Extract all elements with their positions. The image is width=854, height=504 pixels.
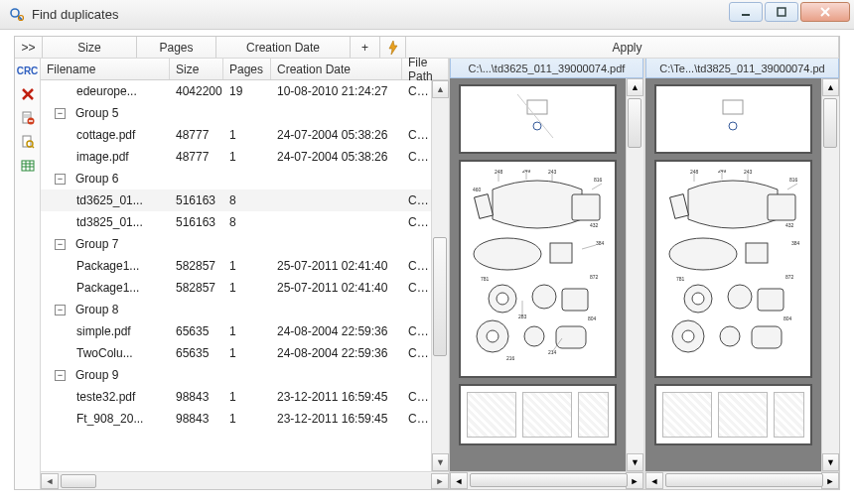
page-search-tool-icon[interactable] bbox=[18, 132, 38, 152]
preview-left-body[interactable]: 248249243 816460432 384283781 872214804 … bbox=[450, 78, 643, 471]
table-hscrollbar[interactable]: ◄ ► bbox=[41, 471, 449, 489]
page-delete-tool-icon[interactable] bbox=[18, 108, 38, 128]
preview-vscrollbar[interactable]: ▲ ▼ bbox=[821, 78, 839, 471]
header-date[interactable]: Creation Date bbox=[271, 59, 402, 79]
scroll-down-icon[interactable]: ▼ bbox=[822, 453, 839, 471]
collapse-icon[interactable]: − bbox=[55, 108, 66, 119]
group-row[interactable]: −Group 8 bbox=[41, 299, 431, 320]
preview-vscrollbar[interactable]: ▲ ▼ bbox=[626, 78, 643, 471]
svg-point-72 bbox=[682, 330, 694, 342]
svg-text:243: 243 bbox=[744, 170, 753, 175]
scroll-left-icon[interactable]: ◄ bbox=[41, 473, 59, 489]
criteria-size[interactable]: Size bbox=[43, 37, 137, 58]
scroll-thumb-h[interactable] bbox=[470, 473, 628, 487]
table-row[interactable]: Ft_908_20...98843123-12-2011 16:59:45C:\… bbox=[41, 408, 431, 430]
page-thumb[interactable] bbox=[654, 384, 812, 445]
page-thumb[interactable] bbox=[459, 384, 617, 445]
table-row[interactable]: TwoColu...65635124-08-2004 22:59:36C:\Te bbox=[41, 342, 431, 364]
cell-date: 24-07-2004 05:38:26 bbox=[271, 150, 402, 164]
svg-point-29 bbox=[474, 238, 541, 270]
scroll-right-icon[interactable]: ► bbox=[626, 472, 643, 489]
scroll-left-icon[interactable]: ◄ bbox=[450, 472, 468, 489]
svg-text:249: 249 bbox=[718, 170, 727, 174]
header-size[interactable]: Size bbox=[170, 59, 223, 79]
svg-text:432: 432 bbox=[590, 222, 599, 228]
group-row[interactable]: −Group 9 bbox=[41, 364, 431, 386]
table-row[interactable]: image.pdf48777124-07-2004 05:38:26C:\Te bbox=[41, 146, 431, 168]
scroll-down-icon[interactable]: ▼ bbox=[432, 453, 449, 471]
minimize-button[interactable] bbox=[729, 2, 763, 22]
preview-right-body[interactable]: 248249243 816432 384781 872804 bbox=[645, 78, 839, 471]
cell-size: 516163 bbox=[170, 193, 223, 207]
table-row[interactable]: simple.pdf65635124-08-2004 22:59:36C:\Te bbox=[41, 320, 431, 342]
scroll-left-icon[interactable]: ◄ bbox=[645, 472, 663, 489]
close-button[interactable] bbox=[800, 2, 850, 22]
table-vscrollbar[interactable]: ▲ ▼ bbox=[431, 80, 449, 471]
table-row[interactable]: td3825_01...5161638C:\Te bbox=[41, 211, 431, 233]
cell-date: 24-07-2004 05:38:26 bbox=[271, 128, 402, 142]
scroll-thumb-h[interactable] bbox=[665, 473, 823, 487]
maximize-button[interactable] bbox=[765, 2, 798, 22]
apply-button[interactable]: Apply bbox=[406, 37, 839, 58]
group-row[interactable]: −Group 7 bbox=[41, 233, 431, 255]
cell-pages: 1 bbox=[223, 128, 271, 142]
preview-hscrollbar[interactable]: ◄ ► bbox=[450, 471, 643, 489]
criteria-expand-button[interactable]: >> bbox=[15, 37, 43, 58]
preview-hscrollbar[interactable]: ◄ ► bbox=[645, 471, 839, 489]
window-root: Find duplicates >> Size Pages Creation D… bbox=[0, 0, 854, 504]
scroll-thumb[interactable] bbox=[433, 237, 447, 356]
delete-tool-icon[interactable] bbox=[18, 84, 38, 104]
svg-point-32 bbox=[497, 293, 508, 305]
svg-text:216: 216 bbox=[506, 355, 515, 361]
group-row[interactable]: −Group 5 bbox=[41, 102, 431, 124]
crc-tool-icon[interactable]: CRC bbox=[18, 61, 38, 80]
criteria-pages[interactable]: Pages bbox=[137, 37, 216, 58]
scroll-up-icon[interactable]: ▲ bbox=[432, 80, 449, 98]
table-body: edeurope...40422001910-08-2010 21:24:27C… bbox=[41, 80, 431, 471]
group-label: −Group 7 bbox=[45, 237, 431, 251]
page-thumb[interactable]: 248249243 816432 384781 872804 bbox=[654, 160, 812, 378]
collapse-icon[interactable]: − bbox=[55, 305, 66, 315]
collapse-icon[interactable]: − bbox=[55, 174, 66, 185]
cell-path: C:\Te bbox=[402, 390, 431, 404]
header-pages[interactable]: Pages bbox=[223, 59, 271, 79]
scroll-right-icon[interactable]: ► bbox=[431, 473, 449, 489]
table-row[interactable]: teste32.pdf98843123-12-2011 16:59:45C:\T… bbox=[41, 386, 431, 408]
table-row[interactable]: td3625_01...5161638C:\Te bbox=[41, 189, 431, 211]
table-row[interactable]: Package1...582857125-07-2011 02:41:40C:\… bbox=[41, 277, 431, 299]
cell-path: C:\Te bbox=[402, 412, 431, 426]
scroll-up-icon[interactable]: ▲ bbox=[822, 78, 839, 96]
scroll-down-icon[interactable]: ▼ bbox=[627, 453, 643, 471]
cell-size: 582857 bbox=[170, 259, 223, 273]
collapse-icon[interactable]: − bbox=[55, 239, 66, 250]
page-thumb[interactable]: 248249243 816460432 384283781 872214804 … bbox=[459, 160, 617, 378]
group-row[interactable]: −Group 6 bbox=[41, 168, 431, 189]
cell-size: 4042200 bbox=[170, 84, 223, 98]
header-filename[interactable]: Filename bbox=[41, 59, 170, 79]
page-thumb[interactable] bbox=[459, 84, 617, 154]
export-excel-tool-icon[interactable] bbox=[18, 156, 38, 176]
page-thumb[interactable] bbox=[654, 84, 812, 154]
scroll-up-icon[interactable]: ▲ bbox=[627, 78, 643, 96]
cell-pages: 1 bbox=[223, 324, 271, 338]
cell-size: 48777 bbox=[170, 150, 223, 164]
table-row[interactable]: edeurope...40422001910-08-2010 21:24:27C… bbox=[41, 80, 431, 102]
cell-pages: 19 bbox=[223, 84, 271, 98]
header-path[interactable]: File Path bbox=[402, 59, 449, 79]
scroll-thumb[interactable] bbox=[823, 98, 837, 148]
group-label: −Group 6 bbox=[45, 172, 431, 186]
scroll-right-icon[interactable]: ► bbox=[821, 472, 839, 489]
table-row[interactable]: Package1...582857125-07-2011 02:41:40C:\… bbox=[41, 255, 431, 277]
svg-text:248: 248 bbox=[495, 170, 503, 175]
svg-text:432: 432 bbox=[785, 222, 794, 228]
scroll-thumb[interactable] bbox=[628, 98, 641, 148]
cell-date: 25-07-2011 02:41:40 bbox=[271, 259, 402, 273]
svg-text:872: 872 bbox=[785, 274, 794, 280]
scroll-thumb-h[interactable] bbox=[61, 474, 96, 488]
criteria-date[interactable]: Creation Date bbox=[216, 37, 351, 58]
table-row[interactable]: cottage.pdf48777124-07-2004 05:38:26C:\T… bbox=[41, 124, 431, 146]
criteria-add-button[interactable]: + bbox=[351, 37, 380, 58]
collapse-icon[interactable]: − bbox=[55, 370, 66, 381]
cell-date: 23-12-2011 16:59:45 bbox=[271, 390, 402, 404]
lightning-icon[interactable] bbox=[380, 37, 406, 58]
